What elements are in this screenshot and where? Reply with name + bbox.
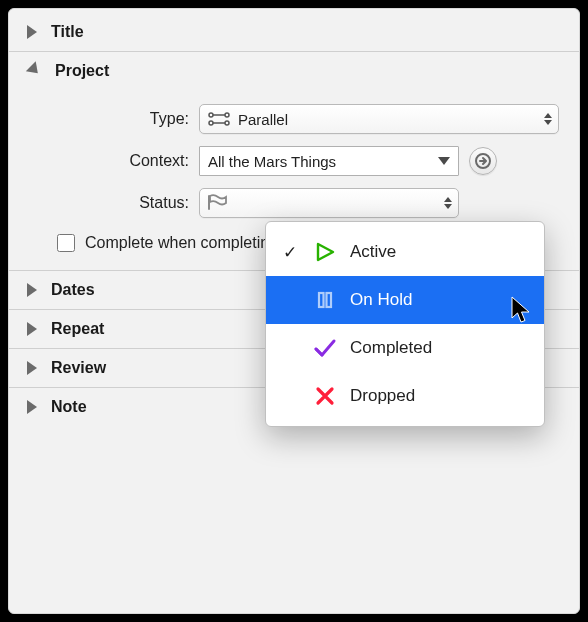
svg-rect-8 bbox=[327, 293, 332, 307]
section-header-title[interactable]: Title bbox=[9, 19, 579, 52]
disclosure-icon bbox=[26, 61, 43, 78]
section-title: Repeat bbox=[51, 320, 104, 338]
type-value: Parallel bbox=[238, 111, 288, 128]
complete-when-checkbox[interactable] bbox=[57, 234, 75, 252]
section-title: Review bbox=[51, 359, 106, 377]
menu-item-on-hold[interactable]: On Hold bbox=[266, 276, 544, 324]
svg-rect-7 bbox=[319, 293, 324, 307]
status-menu: ✓ Active On Hold bbox=[265, 221, 545, 427]
context-combo[interactable]: All the Mars Things bbox=[199, 146, 459, 176]
section-title: Dates bbox=[51, 281, 95, 299]
flag-icon bbox=[208, 194, 228, 213]
disclosure-icon bbox=[27, 283, 37, 297]
parallel-icon bbox=[208, 111, 230, 127]
section-title: Note bbox=[51, 398, 87, 416]
row-type: Type: Parallel bbox=[29, 104, 559, 134]
label-context: Context: bbox=[29, 152, 199, 170]
section-title: Title bbox=[51, 23, 84, 41]
goto-context-button[interactable] bbox=[469, 147, 497, 175]
chevron-updown-icon bbox=[544, 113, 552, 125]
menu-item-label: Dropped bbox=[350, 386, 415, 406]
check-icon: ✓ bbox=[280, 242, 300, 263]
disclosure-icon bbox=[27, 25, 37, 39]
play-icon bbox=[308, 241, 342, 263]
section-header-project[interactable]: Project bbox=[9, 52, 579, 90]
disclosure-icon bbox=[27, 400, 37, 414]
arrow-right-circle-icon bbox=[475, 153, 491, 169]
svg-point-3 bbox=[209, 121, 213, 125]
label-type: Type: bbox=[29, 110, 199, 128]
row-context: Context: All the Mars Things bbox=[29, 146, 559, 176]
svg-point-0 bbox=[209, 113, 213, 117]
disclosure-icon bbox=[27, 322, 37, 336]
menu-item-dropped[interactable]: Dropped bbox=[266, 372, 544, 420]
type-popup[interactable]: Parallel bbox=[199, 104, 559, 134]
context-value: All the Mars Things bbox=[208, 153, 336, 170]
status-popup[interactable] bbox=[199, 188, 459, 218]
section-title: Project bbox=[55, 62, 109, 80]
label-status: Status: bbox=[29, 194, 199, 212]
chevron-down-icon bbox=[438, 157, 450, 165]
menu-item-completed[interactable]: Completed bbox=[266, 324, 544, 372]
menu-item-label: Active bbox=[350, 242, 396, 262]
x-icon bbox=[308, 385, 342, 407]
menu-item-label: On Hold bbox=[350, 290, 412, 310]
row-status: Status: bbox=[29, 188, 559, 218]
chevron-updown-icon bbox=[444, 197, 452, 209]
inspector-panel: Title Project Type: Paralle bbox=[8, 8, 580, 614]
menu-item-active[interactable]: ✓ Active bbox=[266, 228, 544, 276]
disclosure-icon bbox=[27, 361, 37, 375]
svg-point-1 bbox=[225, 113, 229, 117]
menu-item-label: Completed bbox=[350, 338, 432, 358]
pause-icon bbox=[308, 289, 342, 311]
svg-point-4 bbox=[225, 121, 229, 125]
checkmark-box-icon bbox=[308, 337, 342, 359]
